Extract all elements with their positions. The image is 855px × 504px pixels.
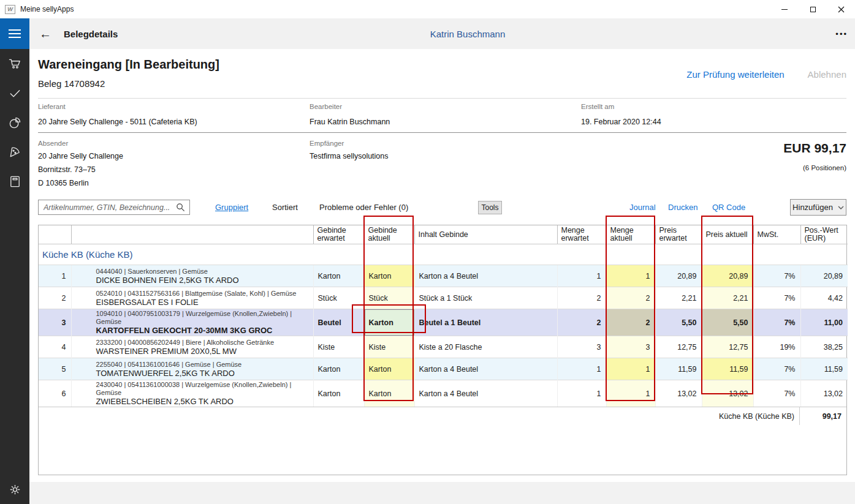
divider xyxy=(38,98,846,99)
cell-menge-aktuell[interactable]: 3 xyxy=(606,336,655,358)
table-row[interactable]: 3 1094010 | 04007951003179 | Wurzelgemüs… xyxy=(39,309,848,336)
footer-group-label: Küche KB (Küche KB) xyxy=(719,412,799,421)
sidebar xyxy=(0,49,29,504)
close-button[interactable] xyxy=(827,0,855,18)
cell-pos-wert: 13,02 xyxy=(800,380,848,407)
table-row[interactable]: 4 2333200 | 04000856202449 | Biere | Alk… xyxy=(39,336,848,358)
cell-gebinde-aktuell[interactable]: Karton xyxy=(364,358,414,380)
print-link[interactable]: Drucken xyxy=(668,203,697,212)
field-label-lieferant: Lieferant xyxy=(38,103,66,110)
window-controls xyxy=(770,0,855,18)
cell-gebinde-erwartet: Karton xyxy=(313,265,364,287)
sidebar-item-orders[interactable] xyxy=(0,49,29,78)
sidebar-item-catalog[interactable] xyxy=(0,167,29,196)
cell-preis-erwartet: 5,50 xyxy=(655,309,702,336)
reject-button[interactable]: Ablehnen xyxy=(808,69,846,80)
problems-toggle[interactable]: Probleme oder Fehler (0) xyxy=(319,203,408,212)
cell-menge-aktuell[interactable]: 2 xyxy=(606,309,655,336)
app-header: ← Belegdetails Katrin Buschmann ••• xyxy=(0,18,855,49)
article-name: EISBERGSALAT ES I FOLIE xyxy=(96,298,313,307)
cell-menge-erwartet: 1 xyxy=(557,265,606,287)
page-title: Belegdetails xyxy=(64,18,118,49)
cell-preis-aktuell[interactable]: 13,02 xyxy=(702,380,753,407)
table-row[interactable]: 2 0524010 | 04311527563166 | Blattgemüse… xyxy=(39,287,848,309)
table-row[interactable]: 6 2430040 | 05411361000038 | Wurzelgemüs… xyxy=(39,380,848,407)
divider xyxy=(38,132,846,133)
bottom-strip xyxy=(29,482,855,504)
table-header-row: Gebinde erwartet Gebinde aktuell Inhalt … xyxy=(39,225,848,244)
document-number: Beleg 14708942 xyxy=(38,78,105,89)
article-cell: 0524010 | 04311527563166 | Blattgemüse (… xyxy=(71,287,313,309)
article-cell: 1094010 | 04007951003179 | Wurzelgemüse … xyxy=(71,309,313,336)
back-button[interactable]: ← xyxy=(36,18,55,49)
search-icon xyxy=(176,203,185,212)
article-name: TOMATENWUERFEL 2,5KG TK ARDO xyxy=(96,369,313,378)
sender-label: Absender xyxy=(38,140,68,147)
col-inhalt-gebinde: Inhalt Gebinde xyxy=(414,225,557,244)
add-button-label: Hinzufügen xyxy=(792,203,833,212)
table-row[interactable]: 5 2255040 | 05411361001646 | Gemüse | Ge… xyxy=(39,358,848,380)
cell-menge-erwartet: 2 xyxy=(557,309,606,336)
cell-preis-aktuell[interactable]: 5,50 xyxy=(702,309,753,336)
cell-menge-erwartet: 2 xyxy=(557,287,606,309)
article-meta: 1094010 | 04007951003179 | Wurzelgemüse … xyxy=(96,310,313,326)
col-menge-aktuell: Menge aktuell xyxy=(606,225,655,244)
sidebar-item-food[interactable] xyxy=(0,137,29,167)
positions-count: (6 Positionen) xyxy=(803,164,846,171)
sender-line-1: 20 Jahre Selly Challenge xyxy=(38,152,123,160)
search-input[interactable] xyxy=(39,203,176,212)
shopping-cart-icon xyxy=(8,57,22,71)
col-preis-aktuell: Preis aktuell xyxy=(702,225,753,244)
sidebar-item-settings[interactable] xyxy=(0,475,29,504)
search-box xyxy=(38,200,190,215)
sidebar-item-approvals[interactable] xyxy=(0,78,29,108)
qr-code-link[interactable]: QR Code xyxy=(712,203,745,212)
journal-link[interactable]: Journal xyxy=(629,203,656,212)
sender-line-2: Bornitzstr. 73–75 xyxy=(38,165,96,174)
cell-preis-erwartet: 13,02 xyxy=(655,380,702,407)
user-name: Katrin Buschmann xyxy=(430,18,506,49)
cell-mwst: 7% xyxy=(753,380,800,407)
col-article xyxy=(71,225,313,244)
sorted-toggle[interactable]: Sortiert xyxy=(272,203,298,212)
gear-icon xyxy=(8,483,22,497)
cell-mwst: 7% xyxy=(753,265,800,287)
col-row-number xyxy=(39,225,71,244)
cell-gebinde-erwartet: Karton xyxy=(313,380,364,407)
cell-menge-aktuell[interactable]: 2 xyxy=(606,287,655,309)
minimize-button[interactable] xyxy=(770,0,799,18)
cell-menge-aktuell[interactable]: 1 xyxy=(606,358,655,380)
sidebar-item-statistics[interactable] xyxy=(0,108,29,137)
grouped-toggle[interactable]: Gruppiert xyxy=(215,203,248,212)
cell-gebinde-aktuell[interactable]: Karton xyxy=(364,309,414,336)
cell-gebinde-aktuell[interactable]: Karton xyxy=(364,380,414,407)
article-cell: 2333200 | 04000856202449 | Biere | Alkoh… xyxy=(71,336,313,358)
cell-menge-aktuell[interactable]: 1 xyxy=(606,380,655,407)
tools-button[interactable]: Tools xyxy=(478,201,502,214)
forward-for-review-button[interactable]: Zur Prüfung weiterleiten xyxy=(686,69,784,80)
cell-gebinde-aktuell[interactable]: Karton xyxy=(364,265,414,287)
add-button[interactable]: Hinzufügen xyxy=(790,199,846,216)
table-row[interactable]: 1 0444040 | Sauerkonserven | Gemüse DICK… xyxy=(39,265,848,287)
cell-menge-aktuell[interactable]: 1 xyxy=(606,265,655,287)
app-icon: W xyxy=(5,5,15,14)
main-content: Wareneingang [In Bearbeitung] Beleg 1470… xyxy=(29,49,855,482)
cell-preis-aktuell[interactable]: 2,21 xyxy=(702,287,753,309)
book-icon xyxy=(8,175,22,189)
col-mwst: MwSt. xyxy=(753,225,800,244)
more-button[interactable]: ••• xyxy=(835,18,848,49)
cell-preis-aktuell[interactable]: 11,59 xyxy=(702,358,753,380)
cell-gebinde-aktuell[interactable]: Stück xyxy=(364,287,414,309)
maximize-button[interactable] xyxy=(799,0,827,18)
cell-inhalt-gebinde: Kiste a 20 Flasche xyxy=(414,336,557,358)
row-number: 5 xyxy=(39,358,71,380)
col-preis-erwartet: Preis erwartet xyxy=(655,225,702,244)
cell-preis-aktuell[interactable]: 20,89 xyxy=(702,265,753,287)
cell-gebinde-aktuell[interactable]: Kiste xyxy=(364,336,414,358)
menu-button[interactable] xyxy=(0,18,29,49)
maximize-icon xyxy=(810,7,816,12)
article-cell: 2255040 | 05411361001646 | Gemüse | Gemü… xyxy=(71,358,313,380)
cell-preis-aktuell[interactable]: 12,75 xyxy=(702,336,753,358)
field-label-erstellt: Erstellt am xyxy=(581,103,614,110)
footer-group-total: 99,17 xyxy=(799,407,846,425)
